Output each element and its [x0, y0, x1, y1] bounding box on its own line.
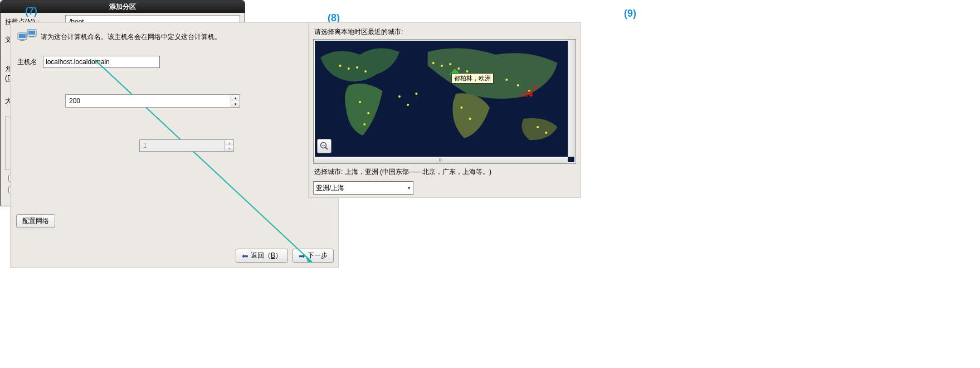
hostname-info-text: 请为这台计算机命名。该主机名会在网络中定义这台计算机。 [41, 32, 221, 42]
arrow-right-icon: ➡ [299, 251, 305, 260]
svg-point-33 [545, 132, 547, 134]
svg-point-16 [364, 70, 367, 72]
svg-rect-5 [30, 36, 34, 37]
svg-point-20 [432, 62, 435, 64]
svg-point-19 [363, 123, 365, 125]
svg-point-14 [348, 67, 350, 70]
svg-line-40 [325, 147, 328, 149]
timezone-value: 亚洲/上海 [316, 183, 344, 193]
svg-point-22 [449, 63, 451, 65]
selected-city-row: 选择城市: 上海，亚洲 (中国东部——北京，广东，上海等。) [309, 164, 581, 180]
dialog-title: 添加分区 [109, 2, 136, 12]
size-value: 200 [69, 97, 80, 105]
configure-network-label: 配置网络 [22, 216, 49, 226]
svg-point-23 [457, 67, 460, 70]
svg-point-18 [367, 112, 369, 114]
svg-rect-1 [19, 34, 26, 38]
map-vertical-scrollbar[interactable] [568, 40, 576, 157]
svg-point-29 [505, 79, 508, 81]
step-number-9: (9) [624, 8, 636, 20]
svg-point-28 [469, 118, 471, 120]
svg-point-13 [339, 65, 342, 67]
spin-down-icon: ▾ [225, 146, 233, 151]
selected-city-label: 选择城市: [314, 168, 345, 176]
zoom-out-button[interactable] [317, 139, 331, 153]
back-button-label: 返回（B） [251, 251, 282, 260]
svg-point-32 [537, 126, 539, 128]
city-tooltip: 都柏林，欧洲 [451, 73, 494, 84]
svg-point-17 [359, 101, 361, 103]
svg-point-35 [407, 104, 409, 106]
svg-point-30 [517, 84, 519, 86]
shanghai-marker-label: 上海 [521, 90, 533, 98]
selected-city-value: 上海，亚洲 (中国东部——北京，广东，上海等。) [345, 168, 491, 176]
hostname-row: 主机名 [11, 51, 338, 72]
hostname-input[interactable] [43, 56, 160, 68]
spin-up-icon[interactable]: ▴ [231, 95, 240, 101]
size-spinbox[interactable]: 200 ▴▾ [65, 94, 240, 108]
next-button[interactable]: ➡ 下一步 [292, 249, 334, 263]
timezone-title: 请选择离本地时区最近的城市: [309, 23, 581, 39]
arrow-left-icon: ⬅ [242, 251, 248, 260]
svg-point-27 [460, 106, 462, 109]
fill-size-spinbox: 1 ▴▾ [139, 139, 234, 152]
back-button[interactable]: ⬅ 返回（B） [236, 249, 288, 263]
chevron-down-icon: ▾ [408, 185, 411, 191]
computers-icon [17, 28, 37, 46]
timezone-map-container: ✕ 都柏林，欧洲 上海 III [313, 39, 576, 164]
step-number-7: (7) [25, 6, 37, 17]
hostname-label: 主机名 [17, 57, 37, 67]
svg-point-24 [466, 70, 468, 72]
next-button-label: 下一步 [308, 251, 328, 260]
svg-point-36 [415, 93, 417, 95]
svg-rect-2 [20, 40, 25, 41]
svg-point-15 [356, 66, 358, 69]
configure-network-button[interactable]: 配置网络 [16, 214, 55, 228]
svg-rect-4 [28, 31, 35, 35]
map-horizontal-scrollbar[interactable]: III [314, 157, 568, 163]
hostname-info-row: 请为这台计算机命名。该主机名会在网络中定义这台计算机。 [11, 23, 338, 51]
svg-point-34 [398, 95, 401, 98]
timezone-panel: 请选择离本地时区最近的城市: [308, 22, 581, 198]
spin-up-icon: ▴ [225, 140, 233, 146]
spin-down-icon[interactable]: ▾ [231, 101, 240, 107]
zoom-out-icon [320, 142, 329, 151]
world-map[interactable]: ✕ 都柏林，欧洲 上海 [315, 41, 574, 162]
timezone-combobox[interactable]: 亚洲/上海 ▾ [313, 181, 413, 195]
fill-size-value: 1 [143, 142, 147, 149]
svg-point-21 [441, 65, 443, 67]
